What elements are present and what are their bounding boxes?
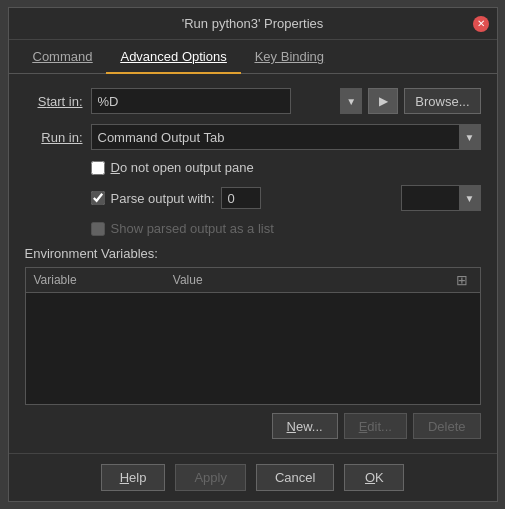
start-in-arrow-button[interactable]: ▶ (368, 88, 398, 114)
tab-advanced-options[interactable]: Advanced Options (106, 41, 240, 74)
do-not-open-label: Do not open output pane (111, 160, 254, 175)
run-in-label: Run in: (25, 130, 83, 145)
parse-output-row: Parse output with: ▼ (25, 185, 481, 211)
env-col-value: Value (173, 273, 452, 287)
help-button[interactable]: Help (101, 464, 166, 491)
footer: Help Apply Cancel OK (9, 453, 497, 501)
tab-key-binding[interactable]: Key Binding (241, 41, 338, 74)
show-parsed-row: Show parsed output as a list (25, 221, 481, 236)
start-in-input-row: ▼ ▶ Browse... (91, 88, 481, 114)
show-parsed-checkbox[interactable] (91, 222, 105, 236)
env-col-variable: Variable (34, 273, 173, 287)
parse-output-checkbox[interactable] (91, 191, 105, 205)
start-in-row: Start in: ▼ ▶ Browse... (25, 88, 481, 114)
content-area: Start in: ▼ ▶ Browse... Run in: Command … (9, 74, 497, 453)
close-button[interactable]: ✕ (473, 16, 489, 32)
new-button[interactable]: New... (272, 413, 338, 439)
do-not-open-row: Do not open output pane (25, 160, 481, 175)
env-table: Variable Value ⊞ (25, 267, 481, 405)
environment-variables-section: Environment Variables: Variable Value ⊞ … (25, 246, 481, 439)
env-table-header: Variable Value ⊞ (26, 268, 480, 293)
start-in-input[interactable] (91, 88, 291, 114)
apply-button: Apply (175, 464, 246, 491)
tab-command[interactable]: Command (19, 41, 107, 74)
edit-button: Edit... (344, 413, 407, 439)
dialog-title: 'Run python3' Properties (182, 16, 324, 31)
env-action-buttons: New... Edit... Delete (25, 409, 481, 439)
env-section-label: Environment Variables: (25, 246, 481, 261)
delete-button: Delete (413, 413, 481, 439)
browse-button[interactable]: Browse... (404, 88, 480, 114)
parse-output-dropdown-wrapper: ▼ (401, 185, 481, 211)
run-in-select[interactable]: Command Output Tab (91, 124, 481, 150)
start-in-wrapper: ▼ (91, 88, 363, 114)
start-in-label: Start in: (25, 94, 83, 109)
ok-button[interactable]: OK (344, 464, 404, 491)
env-table-body (26, 293, 480, 404)
parse-output-label: Parse output with: (111, 191, 215, 206)
dialog: 'Run python3' Properties ✕ Command Advan… (8, 7, 498, 502)
parse-output-select[interactable] (401, 185, 481, 211)
run-in-wrapper: Command Output Tab ▼ (91, 124, 481, 150)
show-parsed-label: Show parsed output as a list (111, 221, 274, 236)
do-not-open-checkbox[interactable] (91, 161, 105, 175)
tab-bar: Command Advanced Options Key Binding (9, 40, 497, 74)
run-in-row: Run in: Command Output Tab ▼ (25, 124, 481, 150)
parse-output-input[interactable] (221, 187, 261, 209)
titlebar: 'Run python3' Properties ✕ (9, 8, 497, 40)
cancel-button[interactable]: Cancel (256, 464, 334, 491)
env-resize-icon: ⊞ (452, 272, 472, 288)
start-in-dropdown-arrow: ▼ (340, 88, 362, 114)
